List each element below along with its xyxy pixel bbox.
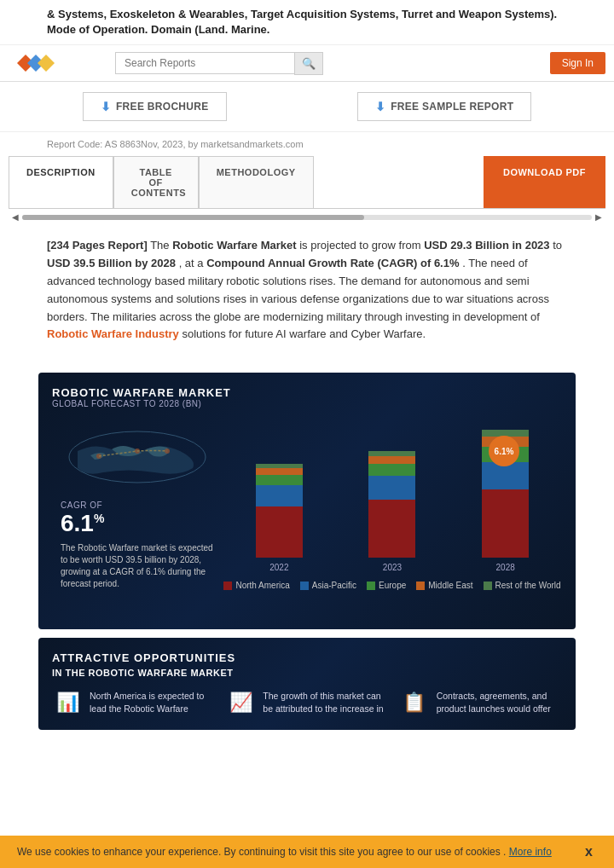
bar	[256, 464, 303, 558]
chart-subtitle: GLOBAL FORECAST TO 2028 (BN)	[52, 399, 562, 408]
tab-download[interactable]: DOWNLOAD PDF	[484, 156, 605, 208]
bar-group: 2023	[368, 451, 415, 572]
scroll-thumb	[22, 215, 364, 220]
cagr-display: 6.1%	[61, 510, 214, 537]
cagr-desc: The Robotic Warfare market is expected t…	[61, 542, 214, 590]
cagr-label: CAGR OF	[61, 501, 214, 510]
legend-label: Middle East	[428, 581, 472, 590]
opp-icon-area: 📋	[399, 690, 430, 716]
bar-segment	[482, 462, 529, 489]
chart-left: CAGR OF 6.1% The Robotic Warfare market …	[52, 417, 223, 616]
chart-title: ROBOTIC WARFARE MARKET	[52, 386, 562, 399]
legend-item: Rest of the World	[484, 581, 561, 590]
pages-label: [234 Pages Report]	[47, 239, 148, 252]
legend-item: Middle East	[416, 581, 472, 590]
world-map	[61, 425, 214, 494]
legend-label: North America	[235, 581, 289, 590]
value-2: USD 39.5 Billion by 2028	[47, 257, 176, 269]
legend-dot	[416, 582, 425, 590]
opp-card-text: The growth of this market can be attribu…	[263, 690, 388, 715]
search-input[interactable]	[115, 52, 294, 74]
opp-card-text: North America is expected to lead the Ro…	[90, 690, 215, 715]
bar-segment	[368, 476, 415, 500]
bar	[368, 451, 415, 558]
bar-segment	[256, 475, 303, 485]
chart-legend: North AmericaAsia-PacificEuropeMiddle Ea…	[223, 581, 562, 590]
tab-toc[interactable]: TABLE OF CONTENTS	[113, 156, 199, 208]
search-area: 🔍	[115, 52, 542, 75]
market-name: Robotic Warfare Market	[172, 239, 296, 252]
opp-title: ATTRACTIVE OPPORTUNITIES	[52, 651, 562, 664]
industry-link[interactable]: Robotic Warfare Industry	[47, 327, 179, 340]
legend-label: Asia-Pacific	[312, 581, 356, 590]
opp-card: 📊North America is expected to lead the R…	[52, 690, 215, 716]
opportunities-container: ATTRACTIVE OPPORTUNITIES IN THE ROBOTIC …	[38, 638, 576, 730]
opp-subtitle: IN THE ROBOTIC WARFARE MARKET	[52, 668, 562, 678]
legend-dot	[300, 582, 309, 590]
legend-label: Rest of the World	[495, 581, 561, 590]
bar-segment	[368, 464, 415, 476]
legend-item: Asia-Pacific	[300, 581, 356, 590]
opp-cards: 📊North America is expected to lead the R…	[52, 690, 562, 716]
bar-segment	[256, 506, 303, 558]
logo	[9, 50, 55, 76]
free-brochure-button[interactable]: ⬇ FREE BROCHURE	[83, 92, 227, 121]
download-icon: ⬇	[101, 100, 111, 113]
bar-segment	[482, 489, 529, 558]
scroll-right[interactable]: ▶	[592, 212, 605, 222]
opp-icon: 📈	[229, 690, 252, 716]
legend-item: North America	[223, 581, 289, 590]
legend-label: Europe	[379, 581, 406, 590]
bar-year-label: 2023	[383, 563, 402, 572]
svg-marker-2	[38, 55, 55, 72]
main-content: [234 Pages Report] The Robotic Warfare M…	[0, 225, 614, 364]
legend-item: Europe	[367, 581, 406, 590]
scroll-left[interactable]: ◀	[9, 212, 22, 222]
bar-group: 2022	[256, 464, 303, 572]
cagr-badge: 6.1%	[489, 436, 519, 466]
bar-year-label: 2028	[496, 563, 515, 572]
opp-icon: 📊	[56, 690, 79, 716]
chart-container: ROBOTIC WARFARE MARKET GLOBAL FORECAST T…	[38, 373, 576, 629]
opp-icon-area: 📈	[225, 690, 256, 716]
top-banner: & Systems, Exoskeleton & Wearables, Targ…	[0, 0, 614, 45]
free-sample-button[interactable]: ⬇ FREE SAMPLE REPORT	[357, 92, 531, 121]
legend-dot	[223, 582, 232, 590]
tab-methodology[interactable]: METHODOLOGY	[199, 156, 314, 208]
opp-card: 📋Contracts, agreements, and product laun…	[399, 690, 562, 716]
header: 🔍 Sign In	[0, 45, 614, 82]
action-row: ⬇ FREE BROCHURE ⬇ FREE SAMPLE REPORT	[0, 82, 614, 132]
opp-icon: 📋	[403, 690, 426, 716]
opp-card: 📈The growth of this market can be attrib…	[225, 690, 388, 716]
tab-description[interactable]: DESCRIPTION	[9, 156, 113, 208]
bar-segment	[256, 468, 303, 475]
chart-right: 6.1% 202220232028 North AmericaAsia-Paci…	[223, 417, 562, 616]
value-1: USD 29.3 Billion in 2023	[424, 239, 549, 252]
legend-dot	[484, 582, 492, 590]
chart-inner: CAGR OF 6.1% The Robotic Warfare market …	[52, 417, 562, 616]
opp-icon-area: 📊	[52, 690, 83, 716]
scroll-bar-row: ◀ ▶	[0, 209, 614, 225]
search-button[interactable]: 🔍	[294, 52, 323, 75]
intro-paragraph: [234 Pages Report] The Robotic Warfare M…	[47, 237, 567, 344]
bars-area: 6.1% 202220232028	[223, 436, 562, 572]
scroll-track[interactable]	[22, 215, 592, 220]
bar-segment	[368, 500, 415, 558]
cagr-value: Compound Annual Growth Rate (CAGR) of 6.…	[206, 257, 459, 269]
bar-segment	[256, 485, 303, 506]
report-code: Report Code: AS 8863Nov, 2023, by market…	[0, 132, 614, 156]
legend-dot	[367, 582, 375, 590]
opp-card-text: Contracts, agreements, and product launc…	[437, 690, 562, 715]
signin-button[interactable]: Sign In	[550, 52, 605, 74]
tabs-row: DESCRIPTION TABLE OF CONTENTS METHODOLOG…	[9, 156, 605, 209]
download-icon-2: ⬇	[375, 100, 385, 113]
bar-segment	[368, 456, 415, 464]
bar-year-label: 2022	[269, 563, 288, 572]
